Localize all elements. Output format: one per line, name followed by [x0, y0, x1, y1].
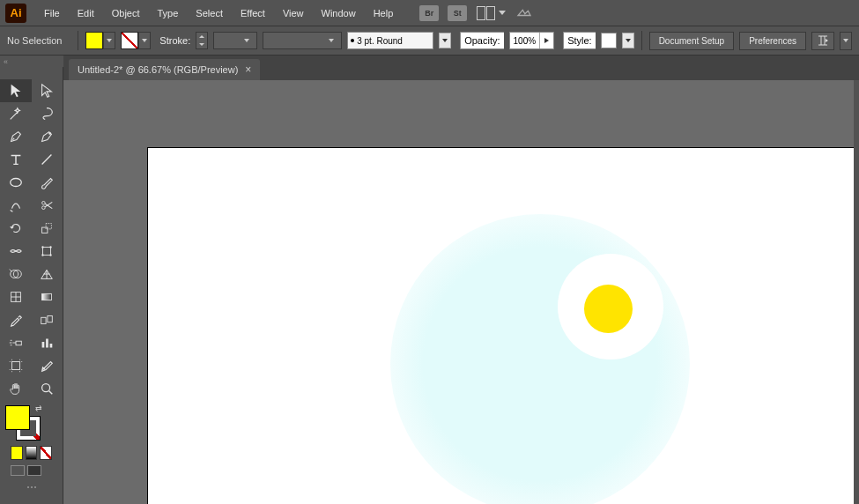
menu-effect[interactable]: Effect	[232, 4, 274, 22]
bridge-icon[interactable]: Br	[419, 5, 439, 21]
gpu-preview-icon[interactable]	[515, 6, 534, 20]
menu-type[interactable]: Type	[149, 4, 188, 22]
menu-window[interactable]: Window	[313, 4, 365, 22]
menubar-right: Br St	[419, 5, 534, 21]
hand-tool[interactable]	[0, 377, 32, 400]
menu-object[interactable]: Object	[103, 4, 149, 22]
chevron-down-icon	[138, 32, 151, 49]
document-tab[interactable]: Untitled-2* @ 66.67% (RGB/Preview) ×	[69, 59, 260, 80]
width-tool[interactable]	[0, 240, 32, 263]
artboard[interactable]	[148, 148, 859, 504]
fill-color-icon	[85, 32, 103, 49]
screen-mode-normal[interactable]	[11, 465, 25, 476]
selection-label: No Selection	[7, 35, 62, 46]
type-tool[interactable]	[0, 148, 32, 171]
color-mode-solid[interactable]	[11, 446, 23, 460]
pen-tool[interactable]	[0, 125, 32, 148]
rotate-tool[interactable]	[0, 217, 32, 240]
menu-edit[interactable]: Edit	[69, 4, 103, 22]
graphic-style-swatch[interactable]	[601, 33, 617, 48]
brush-dropdown-arrow[interactable]	[439, 33, 451, 48]
artboard-tool[interactable]	[0, 354, 32, 377]
menu-select[interactable]: Select	[187, 4, 232, 22]
paintbrush-tool[interactable]	[32, 171, 63, 194]
tools-panel: ⇄	[0, 67, 63, 504]
shaper-tool[interactable]	[0, 194, 32, 217]
menu-help[interactable]: Help	[365, 4, 403, 22]
zoom-tool[interactable]	[32, 377, 63, 400]
stock-icon[interactable]: St	[448, 5, 467, 21]
symbol-sprayer-tool[interactable]	[0, 331, 32, 354]
chevron-down-icon	[103, 32, 115, 49]
color-mode-none[interactable]	[40, 446, 52, 460]
svg-point-8	[50, 246, 52, 248]
free-transform-tool[interactable]	[32, 240, 63, 263]
panel-collapse-handle[interactable]	[0, 56, 63, 68]
opacity-input[interactable]: 100%	[509, 32, 555, 49]
ellipse-tool[interactable]	[0, 171, 32, 194]
style-label: Style:	[563, 32, 596, 49]
curvature-tool[interactable]	[32, 125, 63, 148]
swap-fill-stroke-icon[interactable]: ⇄	[35, 404, 42, 412]
mesh-tool[interactable]	[0, 285, 32, 308]
svg-point-9	[42, 254, 44, 256]
menu-file[interactable]: File	[35, 4, 69, 22]
options-bar: No Selection Stroke: 3 pt. Round Opacity…	[0, 26, 859, 56]
svg-point-2	[42, 202, 46, 205]
scissors-tool[interactable]	[32, 194, 63, 217]
fill-box[interactable]	[5, 405, 30, 430]
arrange-documents[interactable]	[476, 6, 506, 20]
chevron-right-icon	[539, 33, 553, 48]
chevron-down-icon	[499, 11, 506, 15]
fill-swatch[interactable]	[85, 32, 115, 49]
document-tab-title: Untitled-2* @ 66.67% (RGB/Preview)	[78, 64, 238, 75]
direct-selection-tool[interactable]	[32, 79, 63, 102]
artwork-yellow-circle[interactable]	[584, 285, 633, 333]
svg-rect-4	[42, 227, 48, 233]
document-setup-button[interactable]: Document Setup	[649, 32, 734, 50]
chevron-down-icon[interactable]	[840, 32, 852, 50]
color-controls: ⇄	[0, 400, 63, 495]
slice-tool[interactable]	[32, 354, 63, 377]
menu-view[interactable]: View	[274, 4, 313, 22]
brush-definition[interactable]: 3 pt. Round	[347, 32, 433, 49]
fill-stroke-control[interactable]: ⇄	[5, 405, 41, 441]
screen-mode-full[interactable]	[27, 465, 41, 476]
svg-point-1	[10, 179, 21, 187]
column-graph-tool[interactable]	[32, 331, 63, 354]
svg-rect-6	[43, 248, 51, 256]
variable-width-profile[interactable]	[263, 32, 342, 49]
close-icon[interactable]: ×	[245, 63, 251, 76]
line-tool[interactable]	[32, 148, 63, 171]
stroke-weight-input[interactable]	[213, 32, 257, 49]
scale-tool[interactable]	[32, 217, 63, 240]
stroke-none-icon	[121, 32, 138, 49]
svg-point-3	[42, 206, 46, 210]
svg-rect-18	[11, 362, 19, 370]
edit-toolbar-icon[interactable]	[24, 486, 40, 495]
eyedropper-tool[interactable]	[0, 308, 32, 331]
vertical-scrollbar[interactable]	[854, 80, 859, 504]
color-mode-gradient[interactable]	[26, 446, 38, 460]
preferences-button[interactable]: Preferences	[739, 32, 806, 50]
style-dropdown-arrow[interactable]	[622, 33, 634, 48]
perspective-grid-tool[interactable]	[32, 263, 63, 285]
svg-point-0	[49, 132, 52, 135]
artwork-soft-circle[interactable]	[390, 214, 690, 504]
shape-builder-tool[interactable]	[0, 263, 32, 285]
svg-point-7	[42, 246, 44, 248]
blend-tool[interactable]	[32, 308, 63, 331]
canvas-area[interactable]	[63, 80, 859, 504]
chevron-down-icon	[241, 32, 253, 49]
align-to-button[interactable]	[811, 32, 834, 50]
screen-mode-row	[5, 462, 57, 479]
stroke-swatch[interactable]	[121, 32, 151, 49]
chevron-down-icon	[325, 32, 337, 49]
stroke-weight-stepper[interactable]	[196, 32, 208, 49]
svg-point-10	[50, 254, 52, 256]
svg-rect-16	[48, 316, 52, 322]
gradient-tool[interactable]	[32, 285, 63, 308]
lasso-tool[interactable]	[32, 102, 63, 125]
magic-wand-tool[interactable]	[0, 102, 32, 125]
selection-tool[interactable]	[0, 79, 32, 102]
